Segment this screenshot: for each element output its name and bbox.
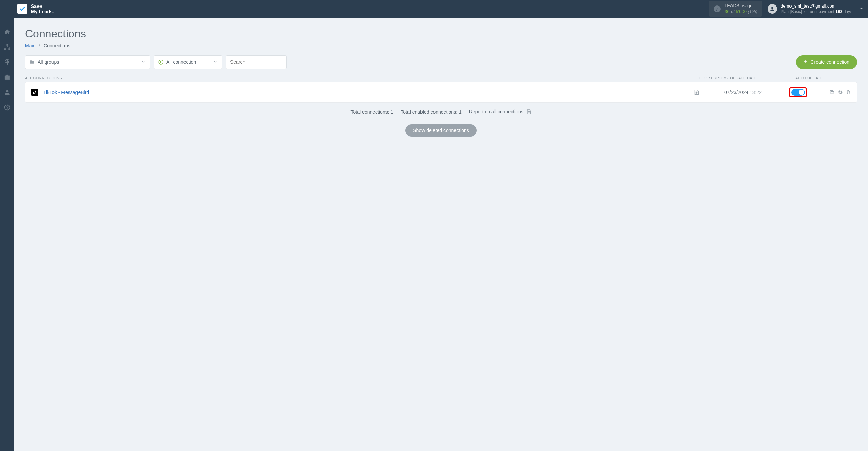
groups-select-label: All groups: [38, 59, 59, 65]
user-text: demo_sml_test@gmail.com Plan |Basic| lef…: [781, 3, 852, 14]
svg-point-4: [6, 90, 8, 92]
total-enabled-connections: Total enabled connections: 1: [401, 109, 461, 115]
topbar: Save My Leads. i LEADS usage: 36 of 5'00…: [0, 0, 868, 18]
leads-used: 36: [725, 9, 729, 14]
connection-name-link[interactable]: TikTok - MessageBird: [43, 90, 693, 95]
leads-usage-badge[interactable]: i LEADS usage: 36 of 5'000 (1%): [709, 1, 762, 17]
user-account-block[interactable]: demo_sml_test@gmail.com Plan |Basic| lef…: [768, 3, 852, 14]
play-circle-icon: [158, 59, 164, 65]
svg-rect-2: [4, 48, 6, 50]
table-header: ALL CONNECTIONS LOG / ERRORS UPDATE DATE…: [25, 74, 857, 82]
status-select[interactable]: All connection: [154, 55, 222, 69]
gear-icon[interactable]: [837, 90, 843, 95]
sidebar-user-icon[interactable]: [3, 89, 11, 96]
breadcrumb: Main / Connections: [25, 43, 857, 48]
total-connections: Total connections: 1: [350, 109, 393, 115]
svg-rect-3: [8, 48, 10, 50]
report-document-icon[interactable]: [526, 109, 532, 115]
update-date: 07/23/2024: [724, 90, 748, 95]
status-select-label: All connection: [166, 59, 196, 65]
update-time: 13:22: [750, 90, 762, 95]
breadcrumb-main[interactable]: Main: [25, 43, 35, 48]
tiktok-icon: [31, 89, 38, 96]
th-auto-update: AUTO UPDATE: [795, 76, 857, 80]
breadcrumb-current: Connections: [44, 43, 70, 48]
main-content: Connections Main / Connections All group…: [14, 18, 868, 146]
brand-line1: Save: [31, 3, 54, 9]
report-all-connections: Report on all connections:: [469, 109, 532, 115]
log-document-icon[interactable]: [693, 89, 700, 95]
leads-usage-text: LEADS usage: 36 of 5'000 (1%): [725, 3, 757, 15]
chevron-down-icon: [206, 59, 218, 65]
leads-of: of: [731, 9, 735, 14]
summary-row: Total connections: 1 Total enabled conne…: [25, 109, 857, 115]
sidebar-help-icon[interactable]: [3, 104, 11, 111]
page-title: Connections: [25, 27, 857, 40]
toggle-knob: [799, 90, 804, 95]
user-plan: Plan |Basic| left until payment 162 days: [781, 9, 852, 15]
leads-pct: (1%): [748, 9, 757, 14]
sidebar-dollar-icon[interactable]: [3, 58, 11, 66]
filters-row: All groups All connection Create connect…: [25, 55, 857, 69]
create-connection-label: Create connection: [810, 59, 849, 65]
leads-usage-label: LEADS usage:: [725, 3, 757, 9]
brand-line2: My Leads.: [31, 9, 54, 14]
user-email: demo_sml_test@gmail.com: [781, 3, 852, 9]
svg-rect-9: [830, 91, 833, 93]
svg-rect-8: [831, 91, 834, 94]
svg-point-0: [771, 7, 773, 9]
sidebar-sitemap-icon[interactable]: [3, 43, 11, 51]
copy-icon[interactable]: [829, 90, 835, 95]
show-deleted-button[interactable]: Show deleted connections: [405, 124, 476, 137]
trash-icon[interactable]: [846, 90, 851, 95]
chevron-down-icon[interactable]: [859, 6, 864, 12]
plus-icon: [804, 59, 808, 65]
search-box: [226, 55, 287, 69]
th-update-date: UPDATE DATE: [730, 76, 795, 80]
log-cell: [693, 89, 724, 95]
create-connection-button[interactable]: Create connection: [796, 55, 857, 69]
toggle-highlight-box: [789, 87, 807, 97]
sidebar-home-icon[interactable]: [3, 28, 11, 36]
sidebar-briefcase-icon[interactable]: [3, 73, 11, 81]
svg-rect-1: [6, 44, 8, 46]
leads-limit: 5'000: [736, 9, 746, 14]
auto-update-cell: [789, 87, 824, 97]
search-input[interactable]: [230, 59, 282, 65]
brand-name: Save My Leads.: [31, 3, 54, 14]
groups-select[interactable]: All groups: [25, 55, 150, 69]
connection-row: TikTok - MessageBird 07/23/2024 13:22: [25, 82, 857, 103]
hamburger-menu-icon[interactable]: [4, 5, 12, 13]
sidebar: [0, 18, 14, 146]
update-date-cell: 07/23/2024 13:22: [724, 90, 789, 95]
brand-logo-icon[interactable]: [17, 4, 27, 14]
svg-point-6: [7, 108, 8, 109]
auto-update-toggle[interactable]: [791, 89, 805, 96]
breadcrumb-separator: /: [39, 43, 40, 48]
th-all-connections: ALL CONNECTIONS: [25, 76, 699, 80]
chevron-down-icon: [134, 59, 146, 65]
row-actions: [824, 90, 851, 95]
info-icon: i: [714, 5, 721, 12]
user-avatar-icon: [768, 4, 777, 14]
th-log-errors: LOG / ERRORS: [699, 76, 730, 80]
folder-icon: [29, 59, 35, 65]
